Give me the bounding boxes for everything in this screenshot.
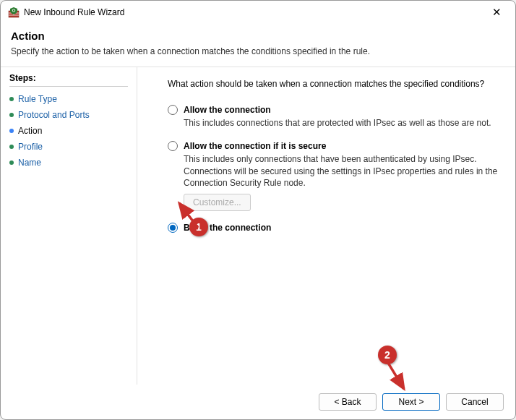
wizard-window: New Inbound Rule Wizard ✕ Action Specify… [0, 0, 516, 420]
radio-block[interactable] [168, 223, 178, 233]
step-profile[interactable]: Profile [9, 139, 128, 155]
option-label: Block the connection [184, 223, 271, 233]
back-button[interactable]: < Back [319, 393, 377, 411]
steps-sidebar: Steps: Rule Type Protocol and Ports Acti… [1, 67, 137, 385]
step-label: Protocol and Ports [18, 110, 90, 120]
bullet-icon [9, 160, 14, 165]
step-action[interactable]: Action [9, 123, 128, 139]
svg-point-8 [13, 9, 14, 11]
option-row[interactable]: Block the connection [168, 223, 498, 233]
firewall-icon [8, 7, 20, 18]
header: Action Specify the action to be taken wh… [1, 24, 515, 67]
page-title: Action [11, 30, 505, 42]
option-row[interactable]: Allow the connection if it is secure [168, 141, 498, 151]
option-block: Block the connection [168, 223, 498, 233]
option-allow-secure: Allow the connection if it is secure Thi… [168, 141, 498, 211]
step-rule-type[interactable]: Rule Type [9, 91, 128, 107]
bullet-icon [9, 97, 14, 101]
next-button[interactable]: Next > [382, 393, 440, 411]
steps-title: Steps: [9, 67, 128, 87]
step-label: Name [18, 158, 41, 168]
main-panel: What action should be taken when a conne… [137, 67, 515, 385]
cancel-button[interactable]: Cancel [446, 393, 504, 411]
close-icon[interactable]: ✕ [485, 6, 508, 19]
step-label: Action [18, 126, 42, 136]
option-desc: This includes only connections that have… [184, 153, 498, 189]
option-allow: Allow the connection This includes conne… [168, 105, 498, 129]
step-protocol-ports[interactable]: Protocol and Ports [9, 107, 128, 123]
titlebar: New Inbound Rule Wizard ✕ [1, 1, 515, 24]
body: Steps: Rule Type Protocol and Ports Acti… [1, 67, 515, 385]
bullet-icon [9, 145, 14, 149]
option-desc: This includes connections that are prote… [184, 117, 498, 129]
option-label: Allow the connection if it is secure [184, 141, 326, 151]
step-label: Profile [18, 142, 43, 152]
window-title: New Inbound Rule Wizard [24, 7, 485, 17]
bullet-icon [9, 129, 14, 133]
option-label: Allow the connection [184, 105, 271, 115]
radio-allow[interactable] [168, 105, 178, 115]
step-label: Rule Type [18, 94, 57, 104]
option-row[interactable]: Allow the connection [168, 105, 498, 115]
customize-button: Customize... [184, 194, 251, 211]
footer: < Back Next > Cancel [1, 385, 515, 419]
prompt-text: What action should be taken when a conne… [168, 79, 498, 89]
radio-allow-secure[interactable] [168, 141, 178, 151]
step-name[interactable]: Name [9, 155, 128, 171]
bullet-icon [9, 113, 14, 117]
page-description: Specify the action to be taken when a co… [11, 46, 505, 56]
